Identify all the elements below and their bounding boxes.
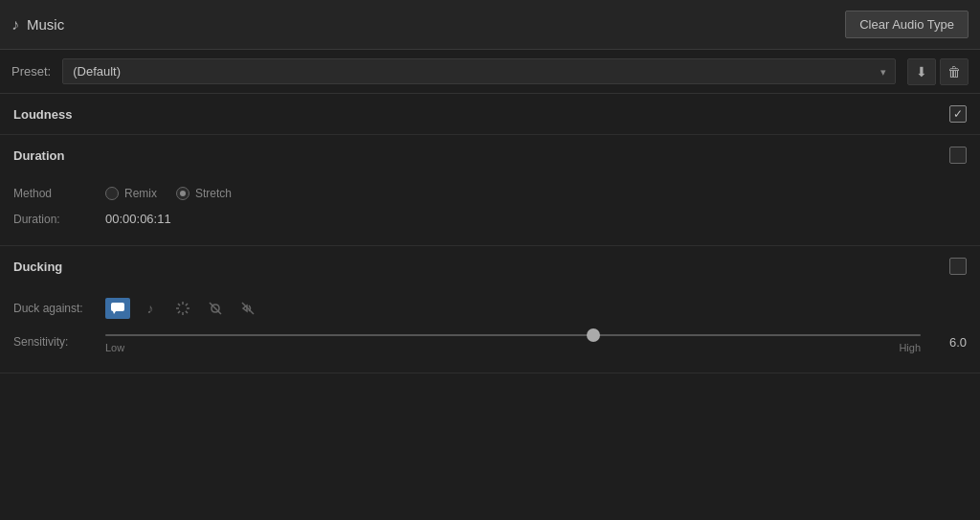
duration-section: Duration Method Remix Stretch Duration: …: [0, 135, 980, 246]
stretch-label: Stretch: [195, 187, 232, 200]
ducking-checkbox[interactable]: [949, 258, 967, 275]
sensitivity-row: Sensitivity: Low High 6.0: [13, 325, 967, 359]
loudness-section: Loudness: [0, 94, 980, 135]
preset-row: Preset: (Default) ▾ ⬇ 🗑: [0, 50, 980, 94]
method-radio-group: Remix Stretch: [105, 187, 232, 200]
music-icon: ♪: [11, 16, 19, 34]
svg-rect-0: [111, 303, 124, 311]
duration-field-label: Duration:: [13, 213, 90, 226]
loudness-checkbox[interactable]: [949, 105, 967, 123]
dialogue-duck-icon[interactable]: [105, 298, 130, 319]
ambience-duck-icon[interactable]: [203, 298, 228, 319]
loudness-section-header[interactable]: Loudness: [0, 94, 980, 134]
delete-preset-button[interactable]: 🗑: [940, 58, 969, 85]
duration-value: 00:00:06:11: [105, 212, 171, 226]
duration-checkbox[interactable]: [949, 147, 967, 164]
save-preset-button[interactable]: ⬇: [907, 58, 936, 85]
duration-section-header[interactable]: Duration: [0, 135, 980, 175]
sensitivity-label: Sensitivity:: [13, 335, 90, 349]
duration-value-row: Duration: 00:00:06:11: [13, 206, 967, 232]
duration-title: Duration: [13, 148, 64, 163]
remix-option[interactable]: Remix: [105, 187, 157, 200]
loudness-title: Loudness: [13, 107, 72, 122]
remix-radio[interactable]: [105, 187, 119, 200]
svg-line-6: [178, 304, 180, 305]
method-label: Method: [13, 187, 90, 200]
preset-select[interactable]: (Default): [62, 58, 896, 84]
duck-icons: ♪: [105, 298, 260, 319]
method-row: Method Remix Stretch: [13, 181, 967, 206]
remix-label: Remix: [124, 187, 157, 200]
sensitivity-value: 6.0: [936, 335, 967, 350]
preset-actions: ⬇ 🗑: [907, 58, 969, 85]
ducking-title: Ducking: [13, 260, 62, 274]
stretch-radio[interactable]: [176, 187, 189, 200]
svg-line-7: [186, 311, 188, 313]
ducking-section: Ducking Duck against: ♪: [0, 246, 980, 373]
sfx-duck-icon[interactable]: [170, 298, 195, 319]
ducking-content: Duck against: ♪: [0, 286, 980, 373]
sensitivity-slider[interactable]: [105, 334, 921, 336]
music-duck-icon[interactable]: ♪: [138, 298, 163, 319]
stretch-option[interactable]: Stretch: [176, 187, 232, 200]
other-duck-icon[interactable]: [235, 298, 260, 319]
app-header: ♪ Music Clear Audio Type: [0, 0, 980, 50]
svg-marker-1: [113, 311, 116, 314]
svg-line-9: [178, 311, 180, 313]
slider-labels: Low High: [105, 342, 921, 353]
sensitivity-slider-outer: Low High: [105, 330, 921, 353]
preset-label: Preset:: [11, 64, 51, 79]
header-left: ♪ Music: [11, 16, 64, 34]
clear-audio-type-button[interactable]: Clear Audio Type: [845, 11, 969, 38]
page-title: Music: [27, 16, 64, 33]
duck-against-label: Duck against:: [13, 302, 90, 315]
duration-content: Method Remix Stretch Duration: 00:00:06:…: [0, 175, 980, 245]
preset-select-wrap: (Default) ▾: [62, 58, 896, 84]
duck-against-row: Duck against: ♪: [13, 292, 967, 325]
slider-high-label: High: [899, 342, 921, 353]
ducking-section-header[interactable]: Ducking: [0, 246, 980, 286]
slider-low-label: Low: [105, 342, 124, 353]
svg-line-8: [186, 304, 188, 305]
